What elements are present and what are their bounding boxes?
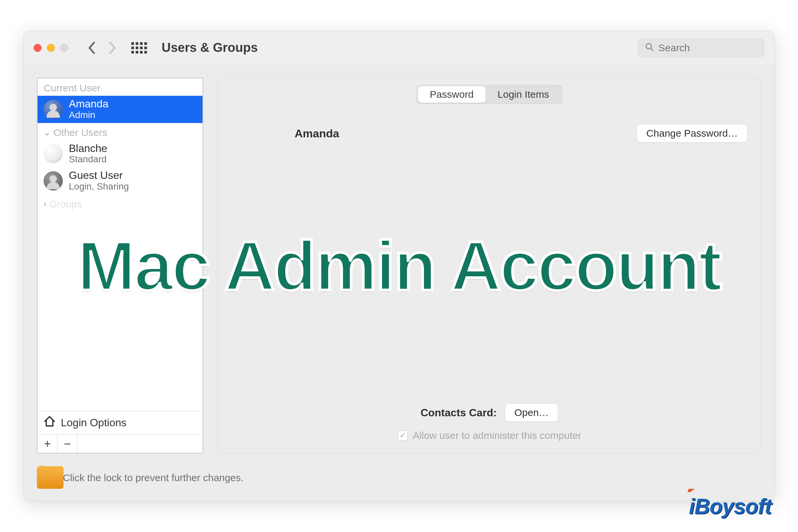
admin-checkbox-label: Allow user to administer this computer [413, 430, 582, 441]
lock-icon[interactable] [37, 467, 56, 489]
body: Current User Amanda Admin ⌄ Other Use [24, 64, 774, 463]
user-name: Blanche [69, 143, 108, 154]
avatar [43, 144, 63, 163]
open-contacts-button[interactable]: Open… [505, 403, 558, 422]
chevron-right-icon [108, 41, 117, 55]
home-icon [43, 415, 56, 430]
groups-label: Groups [49, 198, 82, 210]
admin-checkbox: ✓ [398, 431, 407, 440]
current-user-label: Current User [43, 82, 101, 94]
minimize-window-button[interactable] [47, 44, 55, 52]
display-name: Amanda [294, 127, 339, 140]
user-row-current[interactable]: Amanda Admin [38, 96, 203, 123]
zoom-window-button [60, 44, 68, 52]
show-all-prefs-button[interactable] [131, 42, 147, 54]
close-window-button[interactable] [34, 44, 41, 52]
search-input[interactable] [658, 42, 757, 54]
login-options-label: Login Options [61, 417, 126, 429]
svg-line-1 [651, 48, 653, 51]
avatar [43, 100, 63, 119]
tab-login-items[interactable]: Login Items [486, 86, 561, 103]
user-header-row: Amanda Change Password… [231, 124, 747, 142]
user-row[interactable]: Blanche Standard [38, 140, 203, 168]
user-role: Login, Sharing [69, 181, 129, 192]
window-controls [34, 44, 68, 52]
lock-text: Click the lock to prevent further change… [63, 472, 244, 483]
remove-user-button[interactable]: − [58, 435, 77, 453]
current-user-section-label: Current User [38, 78, 203, 96]
other-users-label: Other Users [54, 127, 108, 138]
add-remove-bar: + − [38, 434, 203, 453]
user-row[interactable]: Guest User Login, Sharing [38, 167, 203, 194]
user-name: Guest User [69, 170, 129, 181]
user-role: Standard [69, 154, 108, 165]
contacts-card-row: Contacts Card: Open… [421, 403, 558, 422]
preferences-window: Users & Groups Current User [23, 31, 775, 501]
tab-segmented-control: Password Login Items [417, 85, 563, 104]
user-name: Amanda [69, 98, 108, 110]
avatar [43, 171, 63, 191]
change-password-button[interactable]: Change Password… [637, 124, 747, 142]
back-button[interactable] [86, 41, 99, 55]
toolbar: Users & Groups [24, 31, 774, 64]
window-title: Users & Groups [162, 41, 258, 55]
other-users-section[interactable]: ⌄ Other Users [38, 123, 203, 140]
forward-button [106, 41, 119, 55]
admin-checkbox-row: ✓ Allow user to administer this computer [398, 430, 582, 441]
search-icon [645, 42, 654, 54]
users-sidebar: Current User Amanda Admin ⌄ Other Use [37, 78, 203, 454]
user-role: Admin [69, 110, 108, 120]
content-panel: Password Login Items Amanda Change Passw… [218, 78, 761, 454]
tab-password[interactable]: Password [418, 86, 486, 103]
login-options-button[interactable]: Login Options [38, 411, 203, 434]
search-field[interactable] [638, 39, 764, 57]
lock-footer: Click the lock to prevent further change… [24, 463, 774, 501]
groups-section[interactable]: › Groups [38, 194, 203, 212]
chevron-right-icon: › [43, 199, 46, 209]
chevron-down-icon: ⌄ [43, 127, 51, 138]
chevron-left-icon [88, 41, 97, 55]
contacts-card-label: Contacts Card: [421, 407, 497, 419]
add-user-button[interactable]: + [38, 435, 58, 453]
